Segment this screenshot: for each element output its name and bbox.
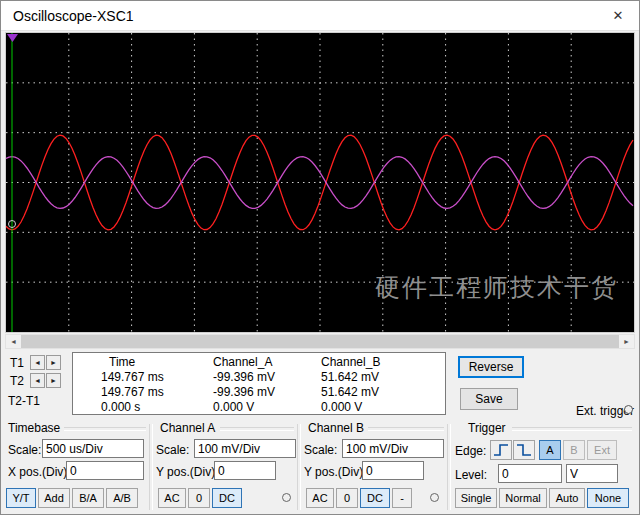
- channel-a-scale-input[interactable]: [194, 439, 296, 458]
- trigger-level-label: Level:: [455, 468, 487, 482]
- trigger-level-unit-input[interactable]: [566, 464, 618, 483]
- channel-b-zero-button[interactable]: 0: [336, 488, 358, 508]
- timebase-title: Timebase: [8, 421, 60, 435]
- scrollbar-thumb[interactable]: [21, 335, 619, 348]
- channel-b-title: Channel B: [308, 421, 364, 435]
- reverse-button[interactable]: Reverse: [458, 356, 524, 378]
- trigger-edge-label: Edge:: [455, 444, 486, 458]
- rising-edge-icon: [492, 442, 510, 458]
- t1-label: T1: [10, 356, 24, 370]
- t1-right-arrow-button[interactable]: ►: [46, 355, 61, 370]
- timebase-scale-label: Scale:: [8, 443, 41, 457]
- t1-cursor-marker-icon[interactable]: [7, 34, 18, 42]
- readout-row-t1: 149.767 ms -99.396 mV 51.642 mV: [73, 370, 445, 385]
- window-title: Oscilloscope-XSC1: [13, 8, 134, 24]
- channel-a-caption-rule: [220, 427, 294, 431]
- panel-separator: [297, 424, 301, 510]
- readout-row-t2: 149.767 ms -99.396 mV 51.642 mV: [73, 385, 445, 400]
- channel-a-terminal-icon: [282, 493, 291, 502]
- t2-right-arrow-button[interactable]: ►: [46, 373, 61, 388]
- t2-label: T2: [10, 374, 24, 388]
- channel-a-dc-button[interactable]: DC: [212, 488, 242, 508]
- channel-b-caption-rule: [368, 427, 444, 431]
- scroll-right-icon[interactable]: ►: [619, 335, 634, 348]
- channel-b-ypos-input[interactable]: [362, 461, 424, 480]
- t2-t1-time-value: 0.000 s: [73, 400, 209, 415]
- trigger-source-ext-button[interactable]: Ext: [587, 440, 617, 460]
- t1-channel-a-value: -99.396 mV: [209, 370, 317, 385]
- oscilloscope-screen: 硬件工程师技术干货: [5, 32, 635, 333]
- ab-mode-button[interactable]: A/B: [106, 488, 138, 508]
- trigger-auto-button[interactable]: Auto: [549, 488, 585, 508]
- channel-b-scale-label: Scale:: [304, 443, 337, 457]
- rising-edge-button[interactable]: [490, 440, 512, 460]
- trigger-single-button[interactable]: Single: [455, 488, 497, 508]
- timebase-xpos-label: X pos.(Div):: [8, 465, 71, 479]
- close-icon[interactable]: ✕: [607, 6, 629, 25]
- timebase-scale-input[interactable]: [42, 439, 144, 458]
- channel-a-ypos-label: Y pos.(Div):: [156, 465, 218, 479]
- trigger-caption-rule: [512, 427, 632, 431]
- t2-t1-label: T2-T1: [8, 394, 40, 408]
- readout-header-channel-a: Channel_A: [209, 355, 317, 370]
- channel-b-scale-input[interactable]: [342, 439, 444, 458]
- channel-a-scale-label: Scale:: [156, 443, 189, 457]
- readout-header-channel-b: Channel_B: [317, 355, 443, 370]
- channel-b-ypos-label: Y pos.(Div):: [304, 465, 366, 479]
- channel-a-ypos-input[interactable]: [214, 461, 276, 480]
- channel-b-ac-button[interactable]: AC: [306, 488, 334, 508]
- panel-separator: [447, 424, 451, 510]
- channel-b-invert-button[interactable]: -: [392, 488, 412, 508]
- t1-channel-b-value: 51.642 mV: [317, 370, 443, 385]
- t1-left-arrow-button[interactable]: ◄: [30, 355, 45, 370]
- t2-channel-a-value: -99.396 mV: [209, 385, 317, 400]
- ext-trigger-terminal-icon: [624, 405, 633, 414]
- trigger-normal-button[interactable]: Normal: [499, 488, 547, 508]
- t2-t1-channel-b-value: 0.000 V: [317, 400, 443, 415]
- readout-header-row: Time Channel_A Channel_B: [73, 355, 445, 370]
- scroll-left-icon[interactable]: ◄: [6, 335, 21, 348]
- channel-a-zero-button[interactable]: 0: [188, 488, 210, 508]
- trigger-none-button[interactable]: None: [587, 488, 629, 508]
- save-button[interactable]: Save: [460, 388, 518, 410]
- ba-mode-button[interactable]: B/A: [72, 488, 104, 508]
- t2-left-arrow-button[interactable]: ◄: [30, 373, 45, 388]
- timebase-xpos-input[interactable]: [66, 461, 144, 480]
- channel-b-dc-button[interactable]: DC: [360, 488, 390, 508]
- yt-mode-button[interactable]: Y/T: [6, 488, 36, 508]
- watermark-text: 硬件工程师技术干货: [375, 271, 618, 304]
- t2-channel-b-value: 51.642 mV: [317, 385, 443, 400]
- horizontal-scrollbar[interactable]: ◄ ►: [5, 334, 635, 349]
- add-mode-button[interactable]: Add: [38, 488, 70, 508]
- falling-edge-button[interactable]: [513, 440, 535, 460]
- falling-edge-icon: [515, 442, 533, 458]
- panel-separator: [149, 424, 153, 510]
- measurement-readout: Time Channel_A Channel_B 149.767 ms -99.…: [72, 352, 446, 415]
- trigger-level-input[interactable]: [498, 464, 562, 483]
- t1-time-value: 149.767 ms: [73, 370, 209, 385]
- trigger-source-a-button[interactable]: A: [539, 440, 561, 460]
- trigger-title: Trigger: [468, 421, 506, 435]
- channel-a-ac-button[interactable]: AC: [158, 488, 186, 508]
- t2-time-value: 149.767 ms: [73, 385, 209, 400]
- channel-a-title: Channel A: [160, 421, 215, 435]
- channel-b-terminal-icon: [430, 493, 439, 502]
- readout-row-t2-t1: 0.000 s 0.000 V 0.000 V: [73, 400, 445, 415]
- trigger-source-b-button[interactable]: B: [563, 440, 585, 460]
- readout-header-time: Time: [73, 355, 209, 370]
- timebase-caption-rule: [64, 427, 146, 431]
- t2-t1-channel-a-value: 0.000 V: [209, 400, 317, 415]
- title-bar: Oscilloscope-XSC1 ✕: [1, 1, 639, 31]
